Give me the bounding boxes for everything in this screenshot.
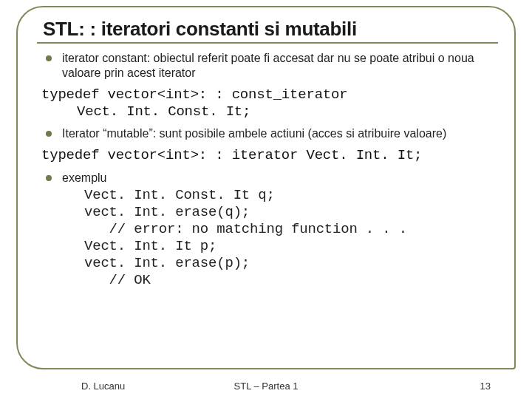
- example-code: Vect. Int. Const. It q; vect. Int. erase…: [84, 187, 492, 290]
- bullet-3: exemplu Vect. Int. Const. It q; vect. In…: [41, 171, 492, 290]
- code-line: Vect. Int. Const. It q;: [84, 187, 275, 203]
- example-content: exemplu Vect. Int. Const. It q; vect. In…: [62, 171, 492, 290]
- code-line: vect. Int. erase(q);: [84, 204, 250, 220]
- typedef-iterator: typedef vector<int>: : iterator Vect. In…: [41, 147, 492, 164]
- code-line: vect. Int. erase(p);: [84, 255, 250, 271]
- title-underline: [37, 42, 498, 44]
- code-line: typedef vector<int>: : iterator Vect. In…: [41, 147, 422, 163]
- code-line: typedef vector<int>: : const_iterator: [41, 86, 347, 103]
- bullet-2-text: Iterator “mutable”: sunt posibile ambele…: [62, 126, 492, 141]
- footer-author: D. Lucanu: [81, 381, 125, 392]
- bullet-2: Iterator “mutable”: sunt posibile ambele…: [41, 126, 492, 141]
- slide-frame: STL: : iteratori constanti si mutabili i…: [16, 6, 516, 369]
- bullet-1-text: iterator constant: obiectul referit poat…: [62, 51, 492, 81]
- slide-title: STL: : iteratori constanti si mutabili: [43, 18, 498, 41]
- bullet-icon: [46, 175, 52, 181]
- code-line: Vect. Int. Const. It;: [77, 103, 250, 120]
- footer-page-number: 13: [480, 381, 491, 392]
- bullet-1: iterator constant: obiectul referit poat…: [41, 51, 492, 81]
- example-label: exemplu: [62, 171, 492, 185]
- code-line: // OK: [84, 272, 151, 288]
- code-line: Vect. Int. It p;: [84, 238, 216, 254]
- typedef-const-iterator: typedef vector<int>: : const_iterator Ve…: [41, 86, 492, 120]
- bullet-icon: [46, 131, 52, 137]
- footer-title: STL – Partea 1: [234, 381, 299, 392]
- slide-body: iterator constant: obiectul referit poat…: [37, 51, 498, 290]
- code-line: // error: no matching function . . .: [84, 221, 407, 237]
- slide: STL: : iteratori constanti si mutabili i…: [0, 0, 532, 399]
- bullet-icon: [46, 55, 52, 61]
- slide-footer: D. Lucanu STL – Partea 1 13: [0, 381, 532, 392]
